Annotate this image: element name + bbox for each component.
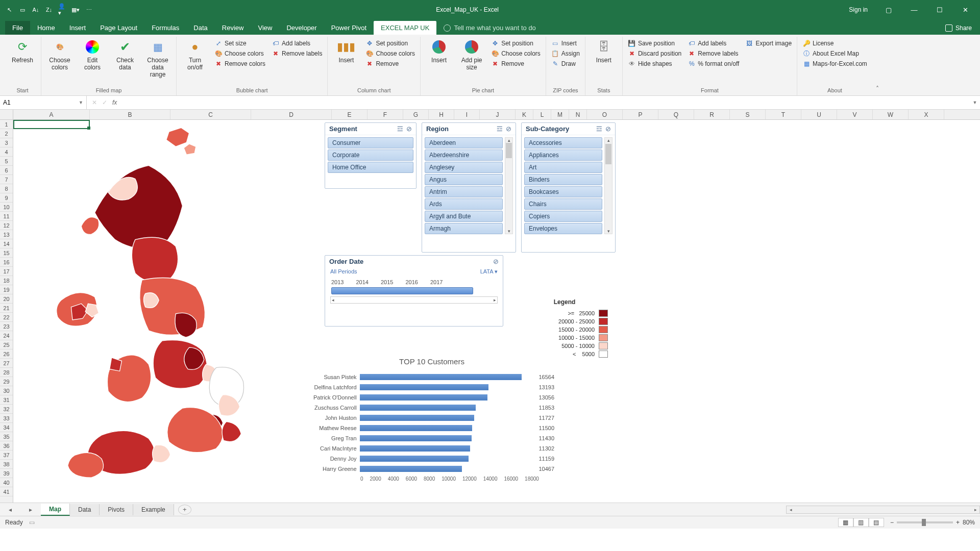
column-header[interactable]: L <box>533 110 551 119</box>
row-header[interactable]: 12 <box>0 221 13 230</box>
tab-page-layout[interactable]: Page Layout <box>93 21 144 35</box>
column-header[interactable]: F <box>368 110 403 119</box>
top-customers-chart[interactable]: TOP 10 Customers Susan Pistek16564Delfin… <box>309 357 554 482</box>
row-header[interactable]: 25 <box>0 340 13 349</box>
row-header[interactable]: 11 <box>0 212 13 221</box>
sheet-tab-example[interactable]: Example <box>133 504 174 515</box>
row-header[interactable]: 10 <box>0 203 13 212</box>
formula-input[interactable] <box>122 96 970 109</box>
row-header[interactable]: 1 <box>0 120 13 129</box>
cancel-formula-icon[interactable]: ✕ <box>92 99 97 106</box>
column-header[interactable]: Q <box>658 110 694 119</box>
tab-file[interactable]: File <box>5 21 30 35</box>
maximize-button[interactable]: ☐ <box>928 2 951 17</box>
slicer-item[interactable]: Accessories <box>524 137 602 148</box>
set-size-button[interactable]: ⤢Set size <box>213 39 266 48</box>
slicer-item[interactable]: Corporate <box>328 149 413 161</box>
qat-user-icon[interactable]: 👤▾ <box>58 6 66 14</box>
minimize-button[interactable]: — <box>902 2 926 17</box>
row-header[interactable]: 37 <box>0 450 13 460</box>
pie-remove-button[interactable]: ✖Remove <box>490 59 542 68</box>
tab-view[interactable]: View <box>251 21 279 35</box>
slicer-item[interactable]: Aberdeen <box>425 137 503 148</box>
collapse-ribbon-button[interactable]: ˄ <box>872 37 883 95</box>
row-header[interactable]: 23 <box>0 322 13 331</box>
horizontal-scrollbar[interactable]: ◂▸ <box>786 506 980 514</box>
zoom-slider[interactable] <box>897 521 953 523</box>
clear-filter-icon[interactable]: ⊘ <box>506 125 511 133</box>
multiselect-icon[interactable]: ☲ <box>596 125 602 133</box>
slicer-item[interactable]: Armagh <box>425 223 503 234</box>
row-header[interactable]: 16 <box>0 258 13 267</box>
refresh-button[interactable]: ⟳ Refresh <box>8 39 37 64</box>
chevron-down-icon[interactable]: ▾ <box>495 268 498 274</box>
row-header[interactable]: 5 <box>0 157 13 166</box>
add-labels-button[interactable]: 🏷Add labels <box>271 39 323 48</box>
license-button[interactable]: 🔑License <box>801 39 868 48</box>
qat-save-icon[interactable]: ▭ <box>18 6 27 14</box>
tab-developer[interactable]: Developer <box>279 21 324 35</box>
website-button[interactable]: ▦Maps-for-Excel.com <box>801 59 868 68</box>
new-sheet-button[interactable]: + <box>178 505 191 515</box>
save-position-button[interactable]: 💾Save position <box>627 39 682 48</box>
slicer-item[interactable]: Argyll and Bute <box>425 211 503 222</box>
row-header[interactable]: 14 <box>0 239 13 248</box>
slicer-item[interactable]: Angus <box>425 174 503 185</box>
slicer-item[interactable]: Aberdeenshire <box>425 149 503 161</box>
row-header[interactable]: 31 <box>0 395 13 405</box>
slicer-item[interactable]: Appliances <box>524 149 602 161</box>
slicer-item[interactable]: Ards <box>425 198 503 210</box>
column-header[interactable]: H <box>429 110 454 119</box>
clear-filter-icon[interactable]: ⊘ <box>406 125 412 133</box>
column-header[interactable]: S <box>730 110 766 119</box>
column-header[interactable]: B <box>90 110 170 119</box>
column-header[interactable]: O <box>587 110 623 119</box>
column-header[interactable]: P <box>623 110 658 119</box>
row-header[interactable]: 38 <box>0 460 13 469</box>
qat-customize-icon[interactable]: ⋯ <box>85 6 93 14</box>
row-header[interactable]: 15 <box>0 248 13 258</box>
row-header[interactable]: 19 <box>0 285 13 294</box>
fmt-add-labels-button[interactable]: 🏷Add labels <box>687 39 740 48</box>
enter-formula-icon[interactable]: ✓ <box>102 99 107 106</box>
col-choose-colors-button[interactable]: 🎨Choose colors <box>364 49 416 58</box>
slicer-item[interactable]: Envelopes <box>524 223 602 234</box>
slicer-item[interactable]: Chairs <box>524 198 602 210</box>
add-pie-size-button[interactable]: Add pie size <box>457 39 486 71</box>
column-header[interactable]: E <box>332 110 368 119</box>
row-header[interactable]: 28 <box>0 368 13 377</box>
choose-data-range-button[interactable]: ▦Choose data range <box>143 39 172 78</box>
row-header[interactable]: 17 <box>0 267 13 276</box>
column-header[interactable]: J <box>480 110 516 119</box>
row-header[interactable]: 30 <box>0 386 13 395</box>
row-header[interactable]: 24 <box>0 331 13 340</box>
slicer-item[interactable]: Bookcases <box>524 186 602 197</box>
row-header[interactable]: 34 <box>0 423 13 432</box>
slicer-region[interactable]: Region☲⊘ AberdeenAberdeenshireAngleseyAn… <box>422 122 516 253</box>
cells-area[interactable]: Segment☲⊘ ConsumerCorporateHome Office R… <box>13 120 980 503</box>
expand-formula-bar-icon[interactable]: ▼ <box>970 100 980 105</box>
row-header[interactable]: 26 <box>0 349 13 359</box>
tab-home[interactable]: Home <box>30 21 62 35</box>
close-button[interactable]: ✕ <box>953 2 977 17</box>
sheet-tab-map[interactable]: Map <box>41 504 70 516</box>
zip-insert-button[interactable]: ▭Insert <box>550 39 581 48</box>
slicer-item[interactable]: Art <box>524 162 602 173</box>
column-header[interactable]: K <box>516 110 533 119</box>
row-header[interactable]: 36 <box>0 441 13 450</box>
slicer-item[interactable]: Home Office <box>328 162 413 173</box>
timeline-order-date[interactable]: Order Date⊘ All PeriodsLATA ▾ 2013201420… <box>325 255 503 327</box>
zip-draw-button[interactable]: ✎Draw <box>550 59 581 68</box>
row-header[interactable]: 39 <box>0 469 13 478</box>
pie-insert-button[interactable]: Insert <box>425 39 453 64</box>
column-header[interactable]: G <box>403 110 429 119</box>
slicer-scrollbar[interactable]: ▴▾ <box>505 137 513 234</box>
stats-insert-button[interactable]: 🗄Insert <box>590 39 618 64</box>
qat-calc-icon[interactable]: ▦▾ <box>71 6 80 14</box>
multiselect-icon[interactable]: ☲ <box>497 125 503 133</box>
qat-sort-asc-icon[interactable]: A↓ <box>32 6 40 14</box>
row-header[interactable]: 32 <box>0 405 13 414</box>
tab-insert[interactable]: Insert <box>62 21 93 35</box>
slicer-item[interactable]: Antrim <box>425 186 503 197</box>
row-header[interactable]: 18 <box>0 276 13 285</box>
